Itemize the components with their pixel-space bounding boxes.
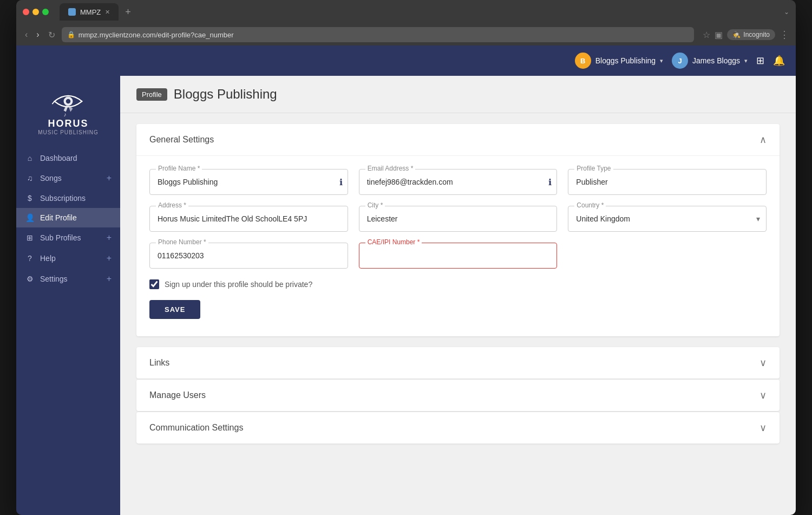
back-button[interactable]: ‹ xyxy=(23,28,30,42)
email-label: Email Address * xyxy=(365,165,416,172)
songs-icon: ♫ xyxy=(25,174,35,182)
country-select[interactable]: United Kingdom United States Germany Fra… xyxy=(568,206,767,232)
links-section: Links ∨ xyxy=(136,347,780,379)
sidebar-item-subscriptions[interactable]: $ Subscriptions xyxy=(16,188,120,208)
sidebar-item-help-label: Help xyxy=(40,254,101,263)
manage-users-section: Manage Users ∨ xyxy=(136,380,780,411)
address-right: ☆ ▣ 🕵 Incognito ⋮ xyxy=(703,29,789,41)
private-checkbox-label: Sign up under this profile should be pri… xyxy=(165,280,312,289)
settings-plus-icon[interactable]: + xyxy=(107,274,112,284)
profile-name-input[interactable] xyxy=(149,169,348,195)
country-label: Country * xyxy=(574,201,606,209)
sidebar: ♪ HORUS MUSIC PUBLISHING ⌂ Dashboard ♫ S… xyxy=(16,76,120,515)
content-area: Profile Bloggs Publishing General Settin… xyxy=(120,76,796,515)
app-wrapper: B Bloggs Publishing ▾ J James Bloggs ▾ ⊞… xyxy=(16,45,796,515)
tab-title: MMPZ xyxy=(80,8,101,16)
address-input[interactable] xyxy=(149,206,348,232)
communication-settings-section: Communication Settings ∨ xyxy=(136,412,780,444)
sidebar-toggle-icon[interactable]: ▣ xyxy=(715,30,723,40)
user-selector[interactable]: J James Bloggs ▾ xyxy=(672,53,748,69)
forward-button[interactable]: › xyxy=(34,28,41,42)
new-tab-button[interactable]: + xyxy=(121,6,135,18)
company-chevron-icon: ▾ xyxy=(660,57,663,64)
incognito-label: Incognito xyxy=(743,31,770,38)
sidebar-item-edit-profile[interactable]: 👤 Edit Profile xyxy=(16,208,120,227)
browser-menu-icon[interactable]: ⋮ xyxy=(780,29,789,41)
profile-name-group: Profile Name * ℹ xyxy=(149,169,348,195)
incognito-button[interactable]: 🕵 Incognito xyxy=(727,29,775,40)
city-label: City * xyxy=(365,201,385,209)
subscriptions-icon: $ xyxy=(25,194,35,203)
private-checkbox[interactable] xyxy=(149,279,159,289)
top-nav-right: B Bloggs Publishing ▾ J James Bloggs ▾ ⊞… xyxy=(575,53,785,69)
city-input[interactable] xyxy=(359,206,558,232)
sidebar-item-dashboard[interactable]: ⌂ Dashboard xyxy=(16,148,120,168)
cae-ipi-group: CAE/IPI Number * xyxy=(359,243,558,269)
sidebar-item-edit-profile-label: Edit Profile xyxy=(40,213,112,222)
active-tab[interactable]: MMPZ ✕ xyxy=(60,3,119,21)
profile-type-label: Profile Type xyxy=(574,165,613,172)
company-selector[interactable]: B Bloggs Publishing ▾ xyxy=(575,53,663,69)
communication-settings-header[interactable]: Communication Settings ∨ xyxy=(136,412,780,444)
logo-text: HORUS xyxy=(48,118,88,129)
city-group: City * xyxy=(359,206,558,232)
help-plus-icon[interactable]: + xyxy=(107,253,112,263)
reload-button[interactable]: ↻ xyxy=(46,28,57,42)
phone-group: Phone Number * xyxy=(149,243,348,269)
sidebar-item-sub-profiles-label: Sub Profiles xyxy=(40,233,101,242)
url-field[interactable]: 🔒 mmpz.myclientzone.com/edit-profile?cae… xyxy=(62,27,695,42)
sidebar-item-songs[interactable]: ♫ Songs + xyxy=(16,168,120,188)
sub-profiles-plus-icon[interactable]: + xyxy=(107,233,112,243)
manage-users-header[interactable]: Manage Users ∨ xyxy=(136,380,780,411)
profile-name-info-icon[interactable]: ℹ xyxy=(339,177,343,187)
top-nav: B Bloggs Publishing ▾ J James Bloggs ▾ ⊞… xyxy=(16,45,796,76)
cae-ipi-input[interactable] xyxy=(359,243,558,269)
profile-type-group: Profile Type xyxy=(568,169,767,195)
dashboard-icon: ⌂ xyxy=(25,154,35,162)
songs-plus-icon[interactable]: + xyxy=(107,173,112,183)
minimize-button[interactable] xyxy=(32,9,39,15)
user-avatar: J xyxy=(672,53,688,69)
general-settings-card: General Settings ∧ Profile Name * ℹ xyxy=(136,124,780,336)
sidebar-item-sub-profiles[interactable]: ⊞ Sub Profiles + xyxy=(16,227,120,248)
general-settings-chevron-icon: ∧ xyxy=(759,134,767,146)
sidebar-item-help[interactable]: ? Help + xyxy=(16,248,120,269)
email-input[interactable] xyxy=(359,169,558,195)
manage-users-chevron-icon: ∨ xyxy=(759,389,767,401)
horus-logo: ♪ xyxy=(49,87,87,118)
country-group: Country * United Kingdom United States G… xyxy=(568,206,767,232)
cae-ipi-label: CAE/IPI Number * xyxy=(365,238,422,246)
user-chevron-icon: ▾ xyxy=(744,57,748,64)
page-header: Profile Bloggs Publishing xyxy=(120,76,796,113)
maximize-button[interactable] xyxy=(42,9,49,15)
profile-name-label: Profile Name * xyxy=(156,165,202,172)
settings-icon: ⚙ xyxy=(25,275,35,283)
save-button[interactable]: SAVE xyxy=(149,300,200,319)
links-header[interactable]: Links ∨ xyxy=(136,347,780,379)
tab-expand: ⌄ xyxy=(784,8,789,16)
email-info-icon[interactable]: ℹ xyxy=(548,177,552,187)
tab-close-icon[interactable]: ✕ xyxy=(105,9,110,16)
profile-type-input[interactable] xyxy=(568,169,767,195)
address-bar: ‹ › ↻ 🔒 mmpz.myclientzone.com/edit-profi… xyxy=(16,24,796,45)
help-icon: ? xyxy=(25,254,35,263)
user-name: James Bloggs xyxy=(692,56,740,65)
apps-grid-icon[interactable]: ⊞ xyxy=(756,55,764,67)
bookmark-icon[interactable]: ☆ xyxy=(703,30,710,40)
form-body: Profile Name * ℹ Email Address * ℹ Profi… xyxy=(136,156,780,336)
sidebar-item-dashboard-label: Dashboard xyxy=(40,154,112,162)
close-button[interactable] xyxy=(23,9,29,15)
general-settings-header[interactable]: General Settings ∧ xyxy=(136,124,780,156)
email-group: Email Address * ℹ xyxy=(359,169,558,195)
sidebar-item-songs-label: Songs xyxy=(40,174,101,182)
tab-favicon xyxy=(68,8,76,16)
sidebar-item-settings-label: Settings xyxy=(40,275,101,283)
company-avatar: B xyxy=(575,53,591,69)
communication-settings-chevron-icon: ∨ xyxy=(759,422,767,434)
main-layout: ♪ HORUS MUSIC PUBLISHING ⌂ Dashboard ♫ S… xyxy=(16,76,796,515)
general-settings-title: General Settings xyxy=(149,135,214,145)
sidebar-item-subscriptions-label: Subscriptions xyxy=(40,194,112,203)
sidebar-item-settings[interactable]: ⚙ Settings + xyxy=(16,269,120,289)
notifications-bell-icon[interactable]: 🔔 xyxy=(773,55,785,67)
phone-input[interactable] xyxy=(149,243,348,269)
